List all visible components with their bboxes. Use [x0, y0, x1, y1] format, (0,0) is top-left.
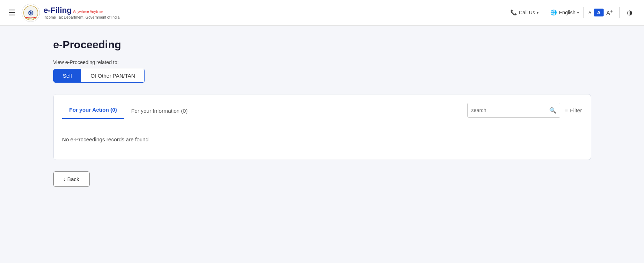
- proceedings-card: For your Action (0) For your Information…: [53, 94, 591, 160]
- globe-icon: 🌐: [550, 9, 557, 16]
- search-filter-row: 🔍 ≡ Filter: [467, 103, 582, 118]
- contrast-toggle-button[interactable]: ◑: [624, 7, 635, 18]
- tabs-bar: For your Action (0) For your Information…: [54, 102, 203, 119]
- logo-text: e-Filing Anywhere Anytime Income Tax Dep…: [44, 6, 119, 20]
- efiling-title: e-Filing: [44, 6, 72, 15]
- back-label: Back: [67, 176, 79, 182]
- call-us-button[interactable]: 📞 Call Us ▾: [506, 7, 543, 18]
- search-input[interactable]: [471, 107, 549, 113]
- font-increase-button[interactable]: A+: [604, 7, 615, 18]
- app-header: ☰ INCOME TAX e-Filing: [0, 0, 644, 26]
- search-icon: 🔍: [549, 107, 556, 114]
- other-pan-tan-toggle-button[interactable]: Of Other PAN/TAN: [81, 69, 144, 82]
- search-box: 🔍: [467, 103, 560, 118]
- font-size-controls: A A A+: [586, 7, 620, 18]
- language-chevron-icon: ▾: [577, 11, 579, 15]
- filter-label: Filter: [570, 107, 582, 113]
- tab-for-your-information[interactable]: For your Information (0): [124, 103, 195, 119]
- empty-state: No e-Proceedings records are found: [54, 119, 591, 160]
- anywhere-label: Anywhere Anytime: [73, 10, 103, 14]
- font-decrease-button[interactable]: A: [586, 9, 593, 16]
- empty-message: No e-Proceedings records are found: [62, 136, 149, 142]
- hamburger-menu-icon[interactable]: ☰: [9, 9, 16, 17]
- main-content: e-Proceeding View e-Proceeding related t…: [36, 26, 608, 201]
- filter-button[interactable]: ≡ Filter: [565, 107, 582, 113]
- call-us-chevron-icon: ▾: [537, 11, 539, 15]
- language-button[interactable]: 🌐 English ▾: [546, 7, 584, 18]
- filter-icon: ≡: [565, 107, 568, 113]
- language-label: English: [559, 10, 575, 15]
- page-title: e-Proceeding: [53, 39, 591, 51]
- back-chevron-icon: ‹: [64, 176, 65, 182]
- view-related-label: View e-Proceeding related to:: [53, 59, 591, 65]
- header-right: 📞 Call Us ▾ 🌐 English ▾ A A A+ ◑: [506, 7, 635, 18]
- self-toggle-button[interactable]: Self: [54, 69, 82, 82]
- emblem-icon: INCOME TAX: [21, 4, 40, 22]
- phone-icon: 📞: [510, 9, 517, 16]
- logo-subtitle: Income Tax Department, Government of Ind…: [44, 15, 119, 20]
- view-toggle-group: Self Of Other PAN/TAN: [53, 69, 145, 83]
- tab-for-your-action[interactable]: For your Action (0): [62, 102, 124, 119]
- call-us-label: Call Us: [519, 10, 535, 15]
- font-normal-button[interactable]: A: [594, 9, 603, 16]
- back-button[interactable]: ‹ Back: [53, 171, 90, 187]
- logo-area: INCOME TAX e-Filing Anywhere Anytime Inc…: [21, 4, 119, 22]
- header-left: ☰ INCOME TAX e-Filing: [9, 4, 506, 22]
